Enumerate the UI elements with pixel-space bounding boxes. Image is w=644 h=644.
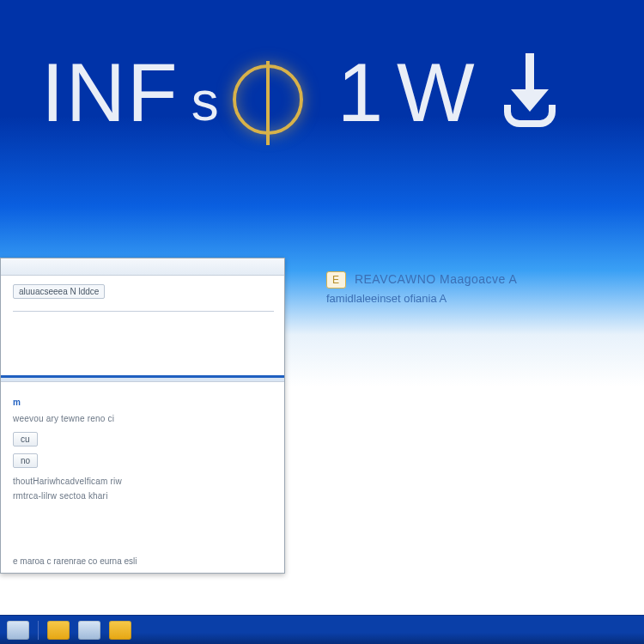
dialog-row: rmtrca-lilrw sectoa khari — [13, 491, 274, 501]
dialog-option-a[interactable]: cu — [13, 432, 38, 447]
info-block: E REAVCAWNO Maagoacve A famidlaleeinset … — [326, 271, 610, 305]
ring-glyph-icon — [233, 64, 303, 135]
taskbar-app-icon[interactable] — [78, 621, 100, 640]
brand-segment-a: INF — [41, 46, 179, 140]
dialog-row: thoutHariwhcadvelficam riw — [13, 477, 274, 486]
taskbar-files-icon[interactable] — [47, 621, 70, 640]
dialog-option-b[interactable]: no — [13, 453, 38, 468]
taskbar-start-icon[interactable] — [7, 621, 29, 640]
dialog-separator — [1, 375, 284, 382]
system-dialog: aluuacseeea N lddce m weevou ary tewne r… — [0, 258, 285, 574]
info-line-2: famidlaleeinset ofiania A — [326, 292, 610, 305]
download-icon — [504, 53, 556, 132]
dialog-section-label: m — [13, 398, 274, 407]
dialog-row: weevou ary tewne reno ci — [13, 414, 274, 423]
desktop-backdrop: INF s 1 W aluuacseeea N lddce m weevou a… — [0, 0, 644, 644]
brand-segment-c: 1 — [337, 46, 385, 140]
info-badge: E — [326, 271, 346, 289]
dialog-titlebar[interactable] — [1, 258, 284, 276]
brand-segment-d: W — [397, 46, 477, 140]
taskbar-app-icon[interactable] — [109, 621, 131, 640]
taskbar — [0, 615, 644, 644]
info-line-1: REAVCAWNO Maagoacve A — [355, 272, 517, 286]
dialog-footer-text: e maroa c rarenrae co eurna esli — [13, 556, 274, 566]
brand-segment-b: s — [191, 70, 221, 133]
hero-brand: INF s 1 W — [0, 24, 644, 161]
dialog-header-chip: aluuacseeea N lddce — [13, 284, 105, 299]
